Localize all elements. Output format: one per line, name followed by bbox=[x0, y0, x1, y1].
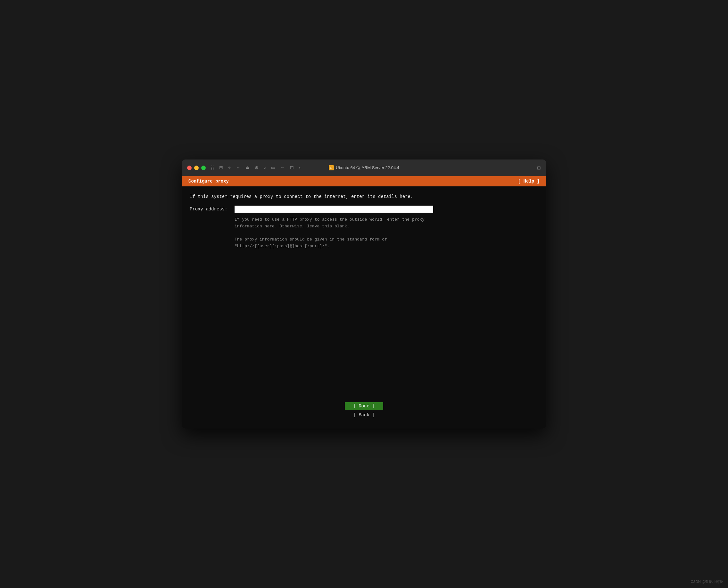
installer-help[interactable]: [ Help ] bbox=[518, 179, 540, 184]
hint-line5: "http://[[user][:pass]@]host[:port]/". bbox=[235, 244, 329, 249]
hint-line2: information here. Otherwise, leave this … bbox=[235, 224, 349, 229]
main-description: If this system requires a proxy to conne… bbox=[190, 194, 538, 199]
expand-icon[interactable]: ⊡ bbox=[537, 165, 541, 170]
hint-line1: If you need to use a HTTP proxy to acces… bbox=[235, 217, 425, 222]
maximize-button[interactable] bbox=[201, 166, 206, 170]
traffic-lights bbox=[187, 166, 206, 170]
back-button[interactable]: [ Back ] bbox=[345, 411, 383, 419]
installer-header: Configure proxy [ Help ] bbox=[182, 176, 546, 186]
cursor-icon[interactable]: ⌖ bbox=[228, 165, 231, 170]
title-bar: ⣿ ⊞ ⌖ ↔ ⏏ ⊕ ♪ ▭ ← ⊡ ‹ □ Ubuntu 64 位 ARM … bbox=[182, 160, 546, 176]
proxy-address-input[interactable] bbox=[235, 206, 433, 213]
minimize-button[interactable] bbox=[194, 166, 199, 170]
proxy-form-row: Proxy address: bbox=[190, 206, 538, 213]
audio-icon[interactable]: ♪ bbox=[264, 165, 266, 170]
lock-icon[interactable]: ⊕ bbox=[255, 165, 259, 170]
disk-icon[interactable]: ⏏ bbox=[245, 165, 249, 170]
installer-title: Configure proxy bbox=[188, 179, 229, 184]
proxy-hint: If you need to use a HTTP proxy to acces… bbox=[235, 216, 538, 250]
monitor-icon[interactable]: ⊞ bbox=[219, 165, 223, 170]
arrow-icon[interactable]: ← bbox=[280, 165, 285, 170]
hint-line4: The proxy information should be given in… bbox=[235, 237, 387, 242]
installer-buttons: [ Done ] [ Back ] bbox=[182, 402, 546, 428]
window-title-text: Ubuntu 64 位 ARM Server 22.04.4 bbox=[336, 165, 399, 171]
camera-icon[interactable]: ▭ bbox=[271, 165, 275, 170]
chevron-icon[interactable]: ‹ bbox=[299, 165, 301, 170]
installer-content: If this system requires a proxy to conne… bbox=[182, 186, 546, 402]
vm-icon: □ bbox=[329, 165, 334, 170]
toolbar-icons: ⣿ ⊞ ⌖ ↔ ⏏ ⊕ ♪ ▭ ← ⊡ ‹ bbox=[211, 165, 301, 170]
close-button[interactable] bbox=[187, 166, 191, 170]
proxy-label: Proxy address: bbox=[190, 207, 235, 212]
done-button[interactable]: [ Done ] bbox=[345, 402, 383, 410]
window-title: □ Ubuntu 64 位 ARM Server 22.04.4 bbox=[329, 165, 399, 171]
nav-back-icon[interactable]: ↔ bbox=[236, 165, 240, 170]
terminal-area: Configure proxy [ Help ] If this system … bbox=[182, 176, 546, 428]
mac-window: ⣿ ⊞ ⌖ ↔ ⏏ ⊕ ♪ ▭ ← ⊡ ‹ □ Ubuntu 64 位 ARM … bbox=[182, 160, 546, 428]
screen-icon[interactable]: ⊡ bbox=[290, 165, 294, 170]
sidebar-icon[interactable]: ⣿ bbox=[211, 165, 214, 170]
